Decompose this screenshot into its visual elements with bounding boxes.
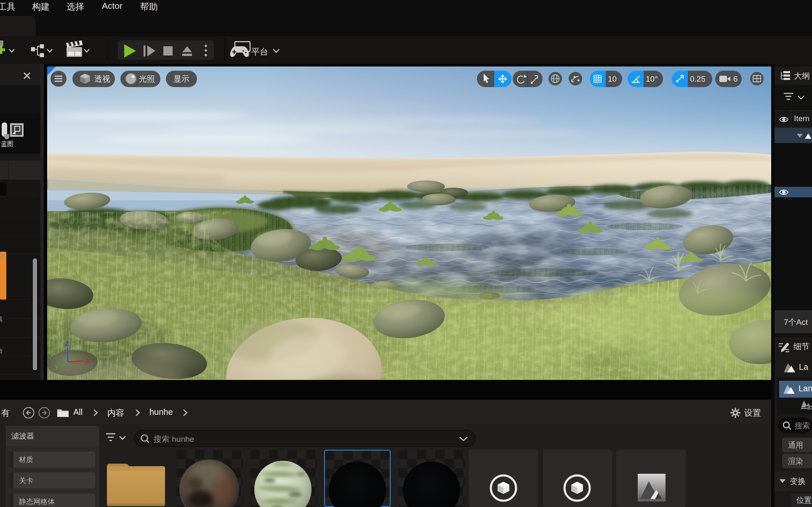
svg-text:Y: Y bbox=[55, 364, 59, 371]
svg-text:Z: Z bbox=[65, 340, 69, 347]
svg-text:10: 10 bbox=[608, 74, 617, 83]
svg-text:透视: 透视 bbox=[94, 74, 110, 83]
svg-text:10°: 10° bbox=[646, 74, 658, 83]
svg-text:平台: 平台 bbox=[251, 47, 268, 56]
svg-text:显示: 显示 bbox=[173, 74, 189, 83]
svg-text:X: X bbox=[86, 357, 91, 364]
svg-text:6: 6 bbox=[733, 74, 738, 83]
svg-text:0.25: 0.25 bbox=[690, 74, 706, 83]
svg-text:光照: 光照 bbox=[139, 74, 155, 83]
